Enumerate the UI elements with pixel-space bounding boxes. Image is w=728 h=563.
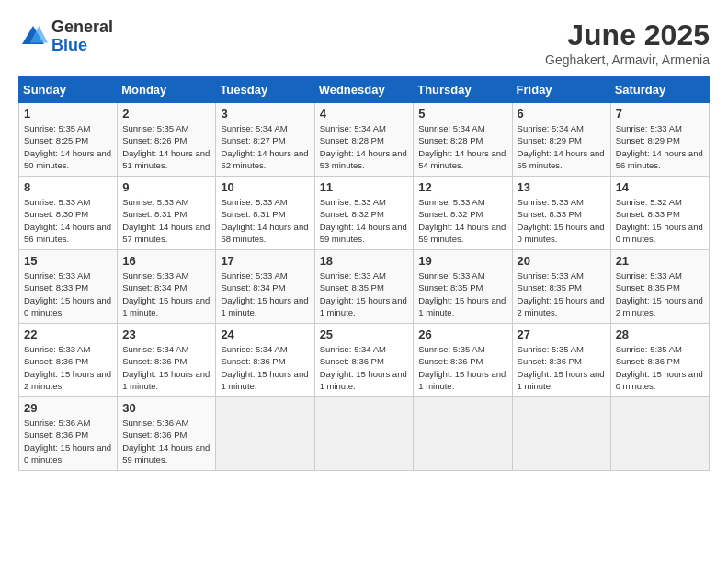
day-info: Sunrise: 5:34 AMSunset: 8:28 PMDaylight:… [418, 123, 506, 170]
calendar-header-row: SundayMondayTuesdayWednesdayThursdayFrid… [19, 77, 710, 103]
day-number: 18 [320, 254, 409, 268]
day-info: Sunrise: 5:35 AMSunset: 8:36 PMDaylight:… [518, 344, 605, 391]
calendar-cell: 20 Sunrise: 5:33 AMSunset: 8:35 PMDaylig… [512, 250, 610, 324]
day-info: Sunrise: 5:33 AMSunset: 8:32 PMDaylight:… [320, 197, 407, 244]
calendar-header-saturday: Saturday [610, 77, 709, 103]
calendar-cell: 6 Sunrise: 5:34 AMSunset: 8:29 PMDayligh… [512, 103, 610, 177]
day-number: 2 [122, 107, 210, 121]
day-number: 11 [320, 180, 409, 194]
calendar-cell: 12 Sunrise: 5:33 AMSunset: 8:32 PMDaylig… [414, 177, 512, 250]
day-number: 7 [616, 107, 704, 121]
day-number: 30 [122, 401, 210, 415]
day-number: 28 [616, 327, 704, 341]
calendar-cell: 29 Sunrise: 5:36 AMSunset: 8:36 PMDaylig… [19, 397, 118, 471]
calendar-cell: 14 Sunrise: 5:32 AMSunset: 8:33 PMDaylig… [610, 177, 709, 250]
page-header: General Blue June 2025 Geghakert, Armavi… [18, 18, 710, 67]
day-number: 15 [24, 254, 112, 268]
day-info: Sunrise: 5:32 AMSunset: 8:33 PMDaylight:… [616, 197, 703, 244]
day-number: 6 [518, 107, 606, 121]
calendar-week-row: 22 Sunrise: 5:33 AMSunset: 8:36 PMDaylig… [19, 324, 710, 397]
calendar-week-row: 15 Sunrise: 5:33 AMSunset: 8:33 PMDaylig… [19, 250, 710, 324]
calendar-header-friday: Friday [512, 77, 610, 103]
calendar-table: SundayMondayTuesdayWednesdayThursdayFrid… [18, 76, 710, 471]
day-info: Sunrise: 5:33 AMSunset: 8:33 PMDaylight:… [518, 197, 605, 244]
calendar-cell [512, 397, 610, 471]
location-text: Geghakert, Armavir, Armenia [545, 52, 710, 67]
calendar-cell: 21 Sunrise: 5:33 AMSunset: 8:35 PMDaylig… [610, 250, 709, 324]
day-number: 29 [24, 401, 112, 415]
day-number: 13 [518, 180, 606, 194]
day-info: Sunrise: 5:33 AMSunset: 8:36 PMDaylight:… [24, 344, 111, 391]
calendar-cell [414, 397, 512, 471]
day-info: Sunrise: 5:33 AMSunset: 8:32 PMDaylight:… [418, 197, 506, 244]
calendar-cell: 22 Sunrise: 5:33 AMSunset: 8:36 PMDaylig… [19, 324, 118, 397]
calendar-cell: 25 Sunrise: 5:34 AMSunset: 8:36 PMDaylig… [314, 324, 414, 397]
day-info: Sunrise: 5:34 AMSunset: 8:36 PMDaylight:… [122, 344, 210, 391]
day-number: 9 [122, 180, 210, 194]
day-info: Sunrise: 5:33 AMSunset: 8:35 PMDaylight:… [320, 270, 407, 317]
title-block: June 2025 Geghakert, Armavir, Armenia [545, 18, 710, 67]
logo-general-text: General [51, 18, 113, 37]
day-number: 10 [221, 180, 309, 194]
logo: General Blue [18, 18, 113, 55]
day-number: 1 [24, 107, 112, 121]
calendar-cell: 1 Sunrise: 5:35 AMSunset: 8:25 PMDayligh… [19, 103, 118, 177]
day-number: 22 [24, 327, 112, 341]
day-number: 16 [122, 254, 210, 268]
day-number: 12 [418, 180, 506, 194]
day-info: Sunrise: 5:33 AMSunset: 8:35 PMDaylight:… [616, 270, 703, 317]
day-info: Sunrise: 5:33 AMSunset: 8:35 PMDaylight:… [418, 270, 506, 317]
day-info: Sunrise: 5:35 AMSunset: 8:26 PMDaylight:… [122, 123, 210, 170]
day-info: Sunrise: 5:35 AMSunset: 8:36 PMDaylight:… [418, 344, 506, 391]
logo-blue-text: Blue [51, 37, 113, 55]
day-info: Sunrise: 5:34 AMSunset: 8:36 PMDaylight:… [320, 344, 407, 391]
calendar-week-row: 29 Sunrise: 5:36 AMSunset: 8:36 PMDaylig… [19, 397, 710, 471]
day-number: 4 [320, 107, 409, 121]
day-info: Sunrise: 5:35 AMSunset: 8:25 PMDaylight:… [24, 123, 111, 170]
day-info: Sunrise: 5:33 AMSunset: 8:29 PMDaylight:… [616, 123, 703, 170]
day-info: Sunrise: 5:33 AMSunset: 8:34 PMDaylight:… [122, 270, 210, 317]
logo-text: General Blue [51, 18, 113, 55]
month-title: June 2025 [545, 18, 710, 52]
day-number: 17 [221, 254, 309, 268]
calendar-cell: 10 Sunrise: 5:33 AMSunset: 8:31 PMDaylig… [216, 177, 314, 250]
day-info: Sunrise: 5:34 AMSunset: 8:28 PMDaylight:… [320, 123, 407, 170]
calendar-cell: 11 Sunrise: 5:33 AMSunset: 8:32 PMDaylig… [314, 177, 414, 250]
calendar-cell: 24 Sunrise: 5:34 AMSunset: 8:36 PMDaylig… [216, 324, 314, 397]
logo-icon [18, 22, 48, 52]
calendar-cell: 2 Sunrise: 5:35 AMSunset: 8:26 PMDayligh… [118, 103, 216, 177]
day-number: 8 [24, 180, 112, 194]
day-info: Sunrise: 5:36 AMSunset: 8:36 PMDaylight:… [122, 418, 210, 465]
day-info: Sunrise: 5:33 AMSunset: 8:33 PMDaylight:… [24, 270, 111, 317]
calendar-week-row: 8 Sunrise: 5:33 AMSunset: 8:30 PMDayligh… [19, 177, 710, 250]
day-number: 19 [418, 254, 506, 268]
day-number: 26 [418, 327, 506, 341]
calendar-cell: 8 Sunrise: 5:33 AMSunset: 8:30 PMDayligh… [19, 177, 118, 250]
day-info: Sunrise: 5:33 AMSunset: 8:31 PMDaylight:… [221, 197, 308, 244]
calendar-cell: 5 Sunrise: 5:34 AMSunset: 8:28 PMDayligh… [414, 103, 512, 177]
calendar-cell: 27 Sunrise: 5:35 AMSunset: 8:36 PMDaylig… [512, 324, 610, 397]
calendar-header-thursday: Thursday [414, 77, 512, 103]
day-number: 20 [518, 254, 606, 268]
calendar-header-sunday: Sunday [19, 77, 118, 103]
calendar-cell: 16 Sunrise: 5:33 AMSunset: 8:34 PMDaylig… [118, 250, 216, 324]
calendar-cell: 13 Sunrise: 5:33 AMSunset: 8:33 PMDaylig… [512, 177, 610, 250]
day-number: 27 [518, 327, 606, 341]
day-number: 23 [122, 327, 210, 341]
day-number: 24 [221, 327, 309, 341]
calendar-cell [216, 397, 314, 471]
calendar-cell: 18 Sunrise: 5:33 AMSunset: 8:35 PMDaylig… [314, 250, 414, 324]
day-number: 5 [418, 107, 506, 121]
day-number: 21 [616, 254, 704, 268]
calendar-cell: 9 Sunrise: 5:33 AMSunset: 8:31 PMDayligh… [118, 177, 216, 250]
day-info: Sunrise: 5:34 AMSunset: 8:27 PMDaylight:… [221, 123, 308, 170]
calendar-cell: 3 Sunrise: 5:34 AMSunset: 8:27 PMDayligh… [216, 103, 314, 177]
calendar-cell: 28 Sunrise: 5:35 AMSunset: 8:36 PMDaylig… [610, 324, 709, 397]
day-number: 3 [221, 107, 309, 121]
calendar-cell: 30 Sunrise: 5:36 AMSunset: 8:36 PMDaylig… [118, 397, 216, 471]
calendar-cell: 19 Sunrise: 5:33 AMSunset: 8:35 PMDaylig… [414, 250, 512, 324]
day-number: 25 [320, 327, 409, 341]
day-info: Sunrise: 5:33 AMSunset: 8:31 PMDaylight:… [122, 197, 210, 244]
calendar-header-monday: Monday [118, 77, 216, 103]
day-info: Sunrise: 5:33 AMSunset: 8:34 PMDaylight:… [221, 270, 308, 317]
